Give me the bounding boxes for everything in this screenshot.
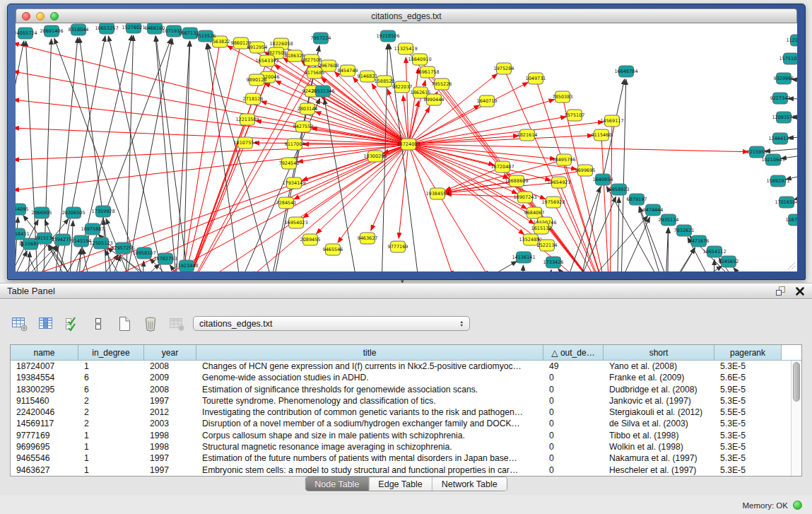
network-node[interactable]: 1145194 <box>71 235 92 247</box>
network-node[interactable]: 17016504 <box>775 197 797 208</box>
network-node[interactable]: 10958107 <box>132 247 155 259</box>
network-node[interactable]: 2803144 <box>298 103 318 115</box>
table-row[interactable]: 1938455462009Genome-wide association stu… <box>11 372 791 383</box>
network-node[interactable]: 9474444 <box>643 204 664 216</box>
network-node[interactable]: 15892971 <box>766 175 789 187</box>
network-node[interactable]: 11325419 <box>394 43 417 54</box>
network-node[interactable]: 9329966 <box>774 73 794 84</box>
network-node[interactable]: 1575107 <box>565 110 585 121</box>
network-node[interactable]: 1640719 <box>477 95 498 107</box>
float-panel-icon[interactable] <box>775 286 787 296</box>
network-node[interactable]: 9117004 <box>285 139 305 150</box>
network-node[interactable]: 12213589 <box>235 114 259 125</box>
memory-status-icon[interactable] <box>793 501 802 510</box>
table-vertical-scrollbar[interactable] <box>791 361 801 476</box>
network-node[interactable]: 1733426 <box>543 257 564 268</box>
network-node[interactable]: 2718126 <box>243 93 264 105</box>
network-node[interactable]: 9245652 <box>719 256 739 267</box>
select-columns-icon[interactable] <box>64 315 81 332</box>
network-node[interactable]: 8990444 <box>424 94 445 105</box>
network-node[interactable]: 8454749 <box>338 65 358 76</box>
network-node[interactable]: 17359928 <box>91 206 114 217</box>
network-node[interactable]: 16961758 <box>416 66 439 78</box>
table-row[interactable]: 969969511998Structural magnetic resonanc… <box>11 441 791 452</box>
network-node[interactable]: 8958923 <box>609 184 630 195</box>
network-canvas[interactable]: 1872400775638229860128891295418226058982… <box>16 23 797 271</box>
network-node[interactable]: 7955226 <box>432 78 452 90</box>
network-node[interactable]: 6879197 <box>627 194 647 205</box>
network-node[interactable]: 1167533 <box>786 214 797 226</box>
tab-node-table[interactable]: Node Table <box>305 477 369 491</box>
network-node[interactable]: 14136141 <box>512 252 535 263</box>
network-node[interactable]: 1049731 <box>526 73 546 84</box>
network-node[interactable]: 14569117 <box>600 115 623 127</box>
row-height-icon[interactable] <box>90 315 107 332</box>
network-node[interactable]: 2935114 <box>659 214 679 226</box>
network-window-titlebar[interactable]: citations_edges.txt <box>16 8 797 23</box>
scrollbar-thumb[interactable] <box>793 362 800 402</box>
network-node[interactable]: 15276021 <box>122 23 145 33</box>
network-node[interactable]: 7515526 <box>196 30 216 42</box>
network-node[interactable]: 1640954 <box>593 174 613 185</box>
network-node[interactable]: 7957224 <box>311 33 331 44</box>
network-node[interactable]: 2522134 <box>537 240 558 251</box>
network-node[interactable]: 10688609 <box>505 175 528 187</box>
table-row[interactable]: 911546021997Tourette syndrome. Phenomeno… <box>11 395 791 407</box>
network-node[interactable]: 9822037 <box>392 81 413 93</box>
network-node[interactable]: 8912954 <box>247 42 268 53</box>
table-row[interactable]: 2242004622012Investigating the contribut… <box>11 407 791 418</box>
network-node[interactable]: 2089455 <box>300 234 321 245</box>
network-node[interactable]: 9227342 <box>770 93 791 104</box>
column-header-in_degree[interactable]: in_degree <box>78 345 144 361</box>
network-node[interactable]: 11217664 <box>786 35 797 46</box>
network-node[interactable]: 15751074 <box>779 53 797 64</box>
network-node[interactable]: 9465546 <box>323 244 343 255</box>
network-node[interactable]: 7850383 <box>553 91 573 103</box>
network-node[interactable]: 1821614 <box>517 129 538 141</box>
column-header-short[interactable]: short <box>604 345 714 361</box>
network-node[interactable]: 16954023 <box>284 217 307 228</box>
new-column-icon[interactable] <box>116 315 133 332</box>
table-row[interactable]: 1830029562008Estimation of significance … <box>11 384 791 395</box>
column-header-title[interactable]: title <box>196 345 543 361</box>
network-node[interactable]: 20691406 <box>40 25 63 37</box>
table-row[interactable]: 946362711997Embryonic stem cells: a mode… <box>11 465 791 476</box>
show-columns-icon[interactable] <box>37 315 54 332</box>
network-node[interactable]: 8471676 <box>689 235 710 247</box>
network-node[interactable]: 18495796 <box>552 154 575 165</box>
close-panel-icon[interactable] <box>795 286 805 296</box>
network-node[interactable]: 1615132 <box>531 223 552 234</box>
table-row[interactable]: 1872400712008Changes of HCN gene express… <box>11 361 791 372</box>
network-node[interactable]: 8427552 <box>293 121 314 132</box>
network-node[interactable]: 18640910 <box>408 54 431 65</box>
network-node[interactable]: 16720407 <box>490 161 514 173</box>
network-node[interactable]: 19654923 <box>547 177 570 188</box>
zoom-window-icon[interactable] <box>50 12 59 21</box>
network-view-window[interactable]: citations_edges.txt 18724007756382298601… <box>7 4 806 280</box>
network-node[interactable]: 9115460 <box>592 129 612 141</box>
tab-edge-table[interactable]: Edge Table <box>369 477 432 491</box>
network-node[interactable]: 9890128 <box>247 74 267 86</box>
network-node[interactable]: 16782753 <box>153 253 177 264</box>
minimize-window-icon[interactable] <box>36 12 45 21</box>
network-node[interactable]: 9777169 <box>388 241 408 252</box>
network-node[interactable]: 16648784 <box>614 66 637 77</box>
network-node[interactable]: 7284541 <box>276 197 297 209</box>
network-node[interactable]: 9699695 <box>575 165 596 176</box>
table-row[interactable]: 1456911722003Disruption of a novel membe… <box>11 418 791 429</box>
network-node[interactable]: 19384554 <box>425 188 449 199</box>
network-node[interactable]: 7924540 <box>279 158 300 169</box>
network-node[interactable]: 2066905 <box>32 207 52 218</box>
network-node[interactable]: 10210643 <box>761 154 784 165</box>
network-node[interactable]: 10653257 <box>95 23 118 34</box>
network-node[interactable]: 9463627 <box>358 233 378 244</box>
network-node[interactable]: 1975284 <box>494 63 514 74</box>
delete-column-icon[interactable] <box>142 315 159 332</box>
network-node[interactable]: 7832621 <box>674 225 695 236</box>
network-node[interactable]: 8215955 <box>747 146 767 158</box>
resize-grip-icon[interactable] <box>787 261 795 269</box>
close-window-icon[interactable] <box>22 12 30 21</box>
network-node[interactable]: 12444135 <box>768 133 792 144</box>
column-header-out_de[interactable]: △ out_de… <box>543 345 604 361</box>
network-node[interactable]: 19218506 <box>376 30 399 42</box>
